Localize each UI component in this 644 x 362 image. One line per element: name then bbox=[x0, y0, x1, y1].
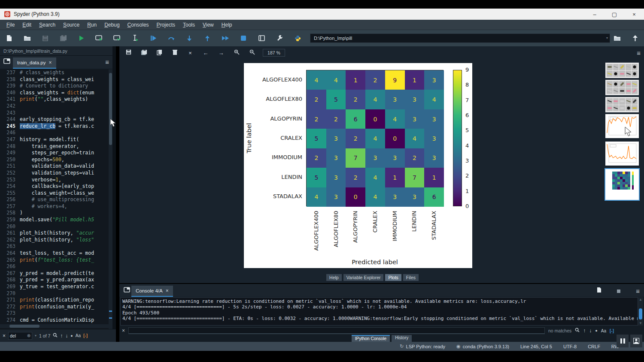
editor-vertical-scrollbar[interactable] bbox=[109, 69, 112, 346]
menu-projects[interactable]: Projects bbox=[153, 21, 179, 29]
maximize-button[interactable]: ▢ bbox=[605, 9, 624, 20]
match-case-icon[interactable]: Aa bbox=[76, 333, 81, 338]
thumbnail-pill-image-grid-1[interactable] bbox=[605, 63, 639, 78]
preferences-wrench-icon[interactable] bbox=[270, 32, 289, 45]
run-cell-advance-icon[interactable] bbox=[108, 32, 126, 45]
thumbnail-accuracy-history-plot[interactable] bbox=[605, 114, 639, 138]
thumbnail-pill-image-grid-3[interactable] bbox=[605, 97, 639, 112]
clear-search-icon[interactable]: ⊗ bbox=[27, 333, 30, 338]
code-line[interactable]: 246 bbox=[0, 130, 112, 136]
console-find-icon[interactable] bbox=[575, 328, 580, 334]
step-return-icon[interactable] bbox=[198, 32, 216, 45]
code-line[interactable]: 270 bbox=[0, 290, 112, 297]
menu-run[interactable]: Run bbox=[83, 21, 100, 29]
code-line[interactable]: 264test_loss, test_acc = mod bbox=[0, 250, 112, 257]
code-line[interactable]: 254 callbacks=[early_stop bbox=[0, 183, 112, 190]
minimize-button[interactable]: – bbox=[585, 9, 605, 20]
menu-tools[interactable]: Tools bbox=[179, 21, 199, 29]
thumbnail-confusion-matrix-plot[interactable] bbox=[605, 169, 639, 200]
code-line[interactable]: 263 bbox=[0, 243, 112, 250]
code-line[interactable]: 252 validation_steps=vali bbox=[0, 170, 112, 177]
code-line[interactable]: 258) bbox=[0, 210, 112, 217]
debug-file-icon[interactable] bbox=[144, 32, 162, 45]
code-line[interactable]: 243 bbox=[0, 110, 112, 117]
code-line[interactable]: 244early_stopping_cb = tf.ke bbox=[0, 116, 112, 123]
console-highlight-icon[interactable]: ● bbox=[595, 329, 597, 333]
menu-edit[interactable]: Edit bbox=[18, 21, 35, 29]
remove-all-plots-icon[interactable]: × bbox=[185, 50, 195, 56]
save-plot-icon[interactable] bbox=[124, 49, 133, 56]
console-tab-history[interactable]: History bbox=[392, 335, 412, 342]
tab-console-4a[interactable]: Console 4/A × bbox=[131, 286, 173, 297]
debug-continue-icon[interactable] bbox=[162, 32, 180, 45]
next-plot-icon[interactable]: → bbox=[216, 50, 226, 56]
code-line[interactable]: 261plot_hist(history, "accur bbox=[0, 230, 112, 237]
console-scrollbar[interactable]: ▲ ▼ bbox=[638, 297, 643, 326]
zoom-in-icon[interactable] bbox=[232, 49, 241, 56]
menu-search[interactable]: Search bbox=[35, 21, 59, 29]
copy-plot-icon[interactable] bbox=[155, 49, 164, 57]
thumbnail-loss-history-plot[interactable] bbox=[605, 142, 639, 166]
code-line[interactable]: 250 epochs=500, bbox=[0, 157, 112, 163]
code-line[interactable]: 245reduce_lr_cb = tf.keras.c bbox=[0, 123, 112, 130]
code-line[interactable]: 247history = model.fit( bbox=[0, 136, 112, 143]
code-line[interactable]: 240class_weights = dict(enum bbox=[0, 90, 112, 97]
previous-plot-icon[interactable]: ← bbox=[201, 50, 210, 56]
stop-icon[interactable] bbox=[234, 32, 252, 45]
code-line[interactable]: 255 class_weight=class_we bbox=[0, 190, 112, 197]
plots-options-icon[interactable]: ≡ bbox=[637, 49, 641, 57]
tab-train-data-py[interactable]: train_data.py × bbox=[13, 57, 56, 69]
menu-view[interactable]: View bbox=[199, 21, 218, 29]
code-line[interactable]: 273 bbox=[0, 310, 112, 317]
pane-tab-help[interactable]: Help bbox=[326, 274, 342, 281]
python-env-icon[interactable] bbox=[289, 32, 307, 45]
zoom-out-icon[interactable] bbox=[247, 49, 257, 56]
find-previous-icon[interactable]: ↑ bbox=[60, 333, 63, 339]
code-line[interactable]: 238class_weights = class_wei bbox=[0, 76, 112, 83]
new-window-icon[interactable] bbox=[3, 58, 10, 66]
code-line[interactable]: 267y_pred = model.predict(te bbox=[0, 270, 112, 277]
console-find-close-icon[interactable]: × bbox=[122, 328, 125, 334]
code-line[interactable]: 274cmd = ConfusionMatrixDisp bbox=[0, 317, 112, 324]
editor-options-icon[interactable]: ≡ bbox=[105, 58, 109, 66]
find-input[interactable]: del ⊗ bbox=[8, 332, 32, 340]
code-line[interactable]: 241print("",class_weights) bbox=[0, 96, 112, 103]
console-interrupt-icon[interactable] bbox=[617, 287, 620, 295]
fast-forward-icon[interactable] bbox=[216, 32, 234, 45]
save-all-plots-icon[interactable] bbox=[139, 49, 149, 57]
pause-button[interactable] bbox=[617, 335, 629, 347]
code-line[interactable]: 262plot_hist(history, "loss" bbox=[0, 237, 112, 244]
run-icon[interactable] bbox=[72, 32, 90, 45]
code-line[interactable]: 237# class_weights bbox=[0, 69, 112, 76]
parent-directory-icon[interactable] bbox=[626, 32, 644, 45]
user-panel-button[interactable] bbox=[630, 335, 642, 347]
find-icon[interactable] bbox=[53, 333, 58, 339]
tab-close-icon[interactable]: × bbox=[49, 60, 52, 66]
menu-source[interactable]: Source bbox=[59, 21, 83, 29]
code-line[interactable]: 256 # use_multiprocessing bbox=[0, 196, 112, 203]
menu-debug[interactable]: Debug bbox=[100, 21, 123, 29]
browse-directory-icon[interactable] bbox=[608, 32, 626, 45]
highlight-matches-icon[interactable]: ● bbox=[70, 334, 73, 338]
code-line[interactable]: 253 verbose=1, bbox=[0, 177, 112, 184]
remove-plot-icon[interactable] bbox=[170, 50, 179, 56]
open-folder-icon[interactable] bbox=[18, 32, 36, 45]
thumbnail-pill-image-grid-2[interactable] bbox=[605, 80, 639, 95]
console-regex-icon[interactable]: [-] bbox=[610, 329, 614, 333]
menu-consoles[interactable]: Consoles bbox=[124, 21, 153, 29]
run-cell-icon[interactable] bbox=[90, 32, 108, 45]
code-line[interactable]: 271print(classification_repo bbox=[0, 297, 112, 304]
code-line[interactable]: 265print(f"test_loss: {test_ bbox=[0, 257, 112, 264]
code-line[interactable]: 239# Convert to dictionary bbox=[0, 83, 112, 90]
code-line[interactable]: 248 train_generator, bbox=[0, 143, 112, 150]
console-tab-ipython-console[interactable]: IPython Console bbox=[352, 335, 390, 342]
menu-file[interactable]: File bbox=[3, 21, 18, 29]
find-close-icon[interactable]: × bbox=[3, 333, 6, 339]
code-line[interactable]: 259model.save("Pill model.h5 bbox=[0, 217, 112, 223]
code-line[interactable]: 260 bbox=[0, 223, 112, 230]
console-options-icon[interactable]: ≡ bbox=[636, 287, 640, 295]
console-find-previous-icon[interactable]: ↑ bbox=[583, 328, 586, 334]
close-button[interactable]: × bbox=[624, 9, 644, 20]
code-line[interactable]: 266 bbox=[0, 263, 112, 270]
find-next-icon[interactable]: ↓ bbox=[65, 333, 68, 339]
